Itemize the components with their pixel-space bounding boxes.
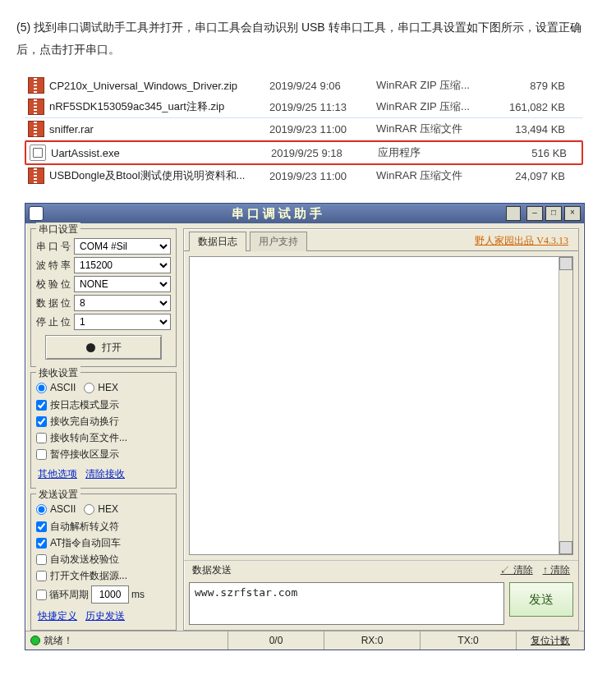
baud-label: 波特率 [36, 259, 71, 273]
window-title: 串口调试助手 [50, 206, 506, 222]
file-size: 516 KB [493, 147, 567, 159]
status-tx: TX:0 [421, 631, 517, 650]
port-settings-group: 串口设置 串口号COM4 #Sil 波特率115200 校验位NONE 数据位8… [30, 228, 177, 367]
file-type: WinRAR 压缩文件 [376, 122, 491, 136]
databits-select[interactable]: 8 [74, 295, 171, 311]
maximize-button[interactable]: □ [545, 206, 562, 221]
file-name: CP210x_Universal_Windows_Driver.zip [49, 80, 269, 92]
file-type: 应用程序 [378, 145, 493, 160]
send-hex-radio[interactable]: HEX [84, 503, 118, 515]
send-label: 数据发送 [192, 563, 232, 577]
brand-link[interactable]: 野人家园出品 V4.3.13 [475, 234, 573, 250]
loop-label: 循环周期 [49, 588, 89, 602]
clear-down-link[interactable]: ↙ 清除 [500, 563, 532, 577]
parse-escape-checkbox[interactable]: 自动解析转义符 [36, 520, 171, 534]
archive-icon [28, 121, 44, 137]
loop-period-row[interactable]: 循环周期ms [36, 585, 171, 604]
status-ready: 就绪！ [25, 631, 228, 650]
port-label: 串口号 [36, 240, 71, 254]
file-size: 13,494 KB [491, 123, 565, 135]
file-row[interactable]: nRF5SDK153059ac345_uart注释.zip 2019/9/25 … [25, 96, 583, 117]
archive-icon [28, 168, 44, 184]
file-date: 2019/9/24 9:06 [269, 80, 376, 92]
recv-hex-radio[interactable]: HEX [84, 382, 118, 393]
recv-to-file-checkbox[interactable]: 接收转向至文件... [36, 431, 171, 445]
file-date: 2019/9/25 9:18 [271, 147, 378, 159]
instruction-text: (5) 找到串口调试助手工具并打开，串口工具会自动识别 USB 转串口工具，串口… [16, 16, 600, 60]
loop-period-input[interactable] [91, 585, 129, 604]
stopbits-select[interactable]: 1 [74, 314, 171, 330]
minimize-button[interactable]: – [526, 206, 543, 221]
file-name: sniffer.rar [49, 123, 269, 135]
file-date: 2019/9/25 11:13 [269, 101, 376, 113]
group-title: 串口设置 [36, 223, 80, 236]
auto-newline-checkbox[interactable]: 接收完自动换行 [36, 415, 171, 429]
file-row[interactable]: USBDongle及Btool测试使用说明资料和... 2019/9/23 11… [25, 165, 583, 186]
reset-count-link[interactable]: 复位计数 [517, 631, 584, 650]
titlebar[interactable]: 串口调试助手 – □ × [25, 204, 584, 223]
recv-settings-group: 接收设置 ASCII HEX 按日志模式显示 接收完自动换行 接收转向至文件..… [30, 372, 177, 489]
file-name: nRF5SDK153059ac345_uart注释.zip [49, 99, 269, 114]
scrollbar[interactable] [559, 257, 572, 554]
stopbits-label: 停止位 [36, 315, 71, 329]
at-auto-cr-checkbox[interactable]: AT指令自动回车 [36, 536, 171, 550]
send-button[interactable]: 发送 [509, 582, 573, 617]
parity-select[interactable]: NONE [74, 276, 171, 292]
group-title: 发送设置 [36, 488, 80, 502]
archive-icon [28, 99, 44, 115]
send-header: 数据发送 ↙ 清除 ↑ 清除 [184, 560, 578, 579]
more-options-link[interactable]: 其他选项 [38, 467, 77, 481]
file-date: 2019/9/23 11:00 [269, 123, 376, 135]
status-progress: 0/0 [228, 631, 324, 650]
recv-ascii-radio[interactable]: ASCII [36, 382, 76, 393]
clear-recv-link[interactable]: 清除接收 [85, 467, 125, 481]
open-file-source-checkbox[interactable]: 打开文件数据源... [36, 569, 171, 583]
file-size: 161,082 KB [491, 101, 565, 113]
file-row[interactable]: sniffer.rar 2019/9/23 11:00 WinRAR 压缩文件 … [25, 117, 583, 140]
close-button[interactable]: × [564, 206, 581, 221]
file-type: WinRAR ZIP 压缩... [376, 78, 491, 93]
file-type: WinRAR 压缩文件 [376, 168, 491, 183]
file-row-highlighted[interactable]: UartAssist.exe 2019/9/25 9:18 应用程序 516 K… [25, 140, 583, 165]
open-port-button[interactable]: 打开 [45, 335, 162, 360]
group-title: 接收设置 [36, 366, 80, 380]
send-ascii-radio[interactable]: ASCII [36, 503, 76, 515]
file-size: 879 KB [491, 80, 565, 92]
clear-up-link[interactable]: ↑ 清除 [543, 563, 570, 577]
tab-bar: 数据日志 用户支持 野人家园出品 V4.3.13 [184, 229, 578, 251]
history-send-link[interactable]: 历史发送 [85, 609, 125, 623]
status-rx: RX:0 [324, 631, 421, 650]
file-size: 24,097 KB [491, 170, 565, 182]
pause-recv-checkbox[interactable]: 暂停接收区显示 [36, 448, 171, 461]
archive-icon [28, 77, 44, 94]
status-led-icon [30, 636, 40, 645]
databits-label: 数据位 [36, 296, 71, 310]
quick-define-link[interactable]: 快捷定义 [38, 609, 77, 623]
status-bar: 就绪！ 0/0 RX:0 TX:0 复位计数 [25, 631, 584, 650]
pin-icon[interactable] [506, 206, 521, 221]
parity-label: 校验位 [36, 278, 71, 292]
status-dot-icon [86, 343, 95, 352]
baud-select[interactable]: 115200 [74, 257, 171, 273]
data-log-area[interactable] [189, 256, 573, 555]
file-list: CP210x_Universal_Windows_Driver.zip 2019… [25, 75, 583, 186]
open-label: 打开 [102, 341, 122, 355]
file-date: 2019/9/23 11:00 [269, 170, 376, 182]
application-icon [30, 145, 46, 161]
settings-sidebar: 串口设置 串口号COM4 #Sil 波特率115200 校验位NONE 数据位8… [30, 228, 177, 631]
tab-data-log[interactable]: 数据日志 [189, 232, 246, 251]
loop-unit: ms [131, 589, 145, 600]
port-select[interactable]: COM4 #Sil [74, 238, 171, 255]
file-type: WinRAR ZIP 压缩... [376, 99, 491, 114]
send-settings-group: 发送设置 ASCII HEX 自动解析转义符 AT指令自动回车 自动发送校验位 … [30, 493, 177, 631]
send-input[interactable]: www.szrfstar.com [189, 582, 504, 625]
main-panel: 数据日志 用户支持 野人家园出品 V4.3.13 数据发送 ↙ 清除 ↑ 清除 … [183, 228, 579, 631]
file-name: USBDongle及Btool测试使用说明资料和... [49, 168, 269, 183]
file-name: UartAssist.exe [51, 147, 271, 159]
app-icon [29, 206, 44, 221]
auto-checksum-checkbox[interactable]: 自动发送校验位 [36, 553, 171, 567]
log-mode-checkbox[interactable]: 按日志模式显示 [36, 398, 171, 412]
tab-user-support[interactable]: 用户支持 [250, 232, 307, 251]
uart-assist-window: 串口调试助手 – □ × 串口设置 串口号COM4 #Sil 波特率115200… [25, 203, 585, 650]
file-row[interactable]: CP210x_Universal_Windows_Driver.zip 2019… [25, 75, 583, 96]
